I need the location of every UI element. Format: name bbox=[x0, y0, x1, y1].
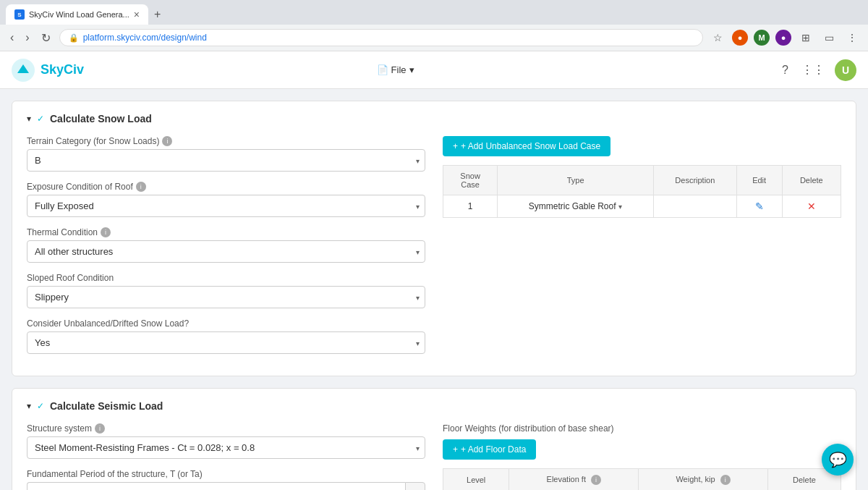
edit-icon: ✎ bbox=[755, 200, 764, 212]
file-icon: 📄 bbox=[377, 64, 388, 75]
chat-button[interactable]: 💬 bbox=[822, 444, 854, 476]
new-tab-button[interactable]: + bbox=[148, 5, 166, 24]
structure-system-select-wrapper: Steel Moment-Resisting Frames - Ct = 0.0… bbox=[27, 436, 425, 459]
active-tab: S SkyCiv Wind Load Genera... × bbox=[6, 4, 148, 25]
col-level: Level bbox=[443, 469, 509, 491]
browser-actions: ☆ ● M ● ⊞ ▭ ⋮ bbox=[709, 29, 861, 46]
floor-table-header-row: Level Elevation ft i Weight, kip i Delet… bbox=[443, 469, 841, 491]
ext-icon-1[interactable]: ● bbox=[732, 30, 748, 46]
col-edit: Edit bbox=[736, 166, 782, 195]
file-menu-label: File bbox=[391, 64, 407, 75]
more-button[interactable]: ⋮ bbox=[843, 29, 861, 46]
structure-system-select[interactable]: Steel Moment-Resisting Frames - Ct = 0.0… bbox=[27, 436, 425, 459]
col-type: Type bbox=[498, 166, 654, 195]
seismic-form-left: Structure system i Steel Moment-Resistin… bbox=[27, 423, 425, 490]
add-icon: + bbox=[453, 141, 458, 151]
delete-snow-case-button[interactable]: ✕ bbox=[807, 200, 816, 212]
floor-weights-table: Level Elevation ft i Weight, kip i Delet… bbox=[443, 468, 841, 490]
col-weight: Weight, kip i bbox=[639, 469, 768, 491]
floor-weights-label: Floor Weights (for distribution of base … bbox=[443, 423, 841, 434]
tab-bar: S SkyCiv Wind Load Genera... × + bbox=[0, 0, 868, 25]
avatar[interactable]: U bbox=[835, 59, 856, 81]
fundamental-period-input[interactable] bbox=[27, 482, 405, 490]
delete-icon: ✕ bbox=[807, 200, 816, 212]
floor-weights-panel: Floor Weights (for distribution of base … bbox=[443, 423, 841, 490]
file-menu-button[interactable]: 📄 File ▾ bbox=[370, 62, 422, 78]
forward-button[interactable]: › bbox=[22, 30, 32, 46]
browser-chrome: S SkyCiv Wind Load Genera... × + ‹ › ↻ 🔒… bbox=[0, 0, 868, 51]
grid-button[interactable]: ⋮⋮ bbox=[799, 60, 827, 80]
thermal-label: Thermal Condition i bbox=[27, 227, 425, 237]
snow-case-edit-cell: ✎ bbox=[736, 195, 782, 218]
add-floor-data-button[interactable]: + + Add Floor Data bbox=[443, 439, 536, 460]
tab-close-button[interactable]: × bbox=[134, 9, 140, 20]
ext-icon-3[interactable]: ● bbox=[775, 30, 791, 46]
fundamental-period-group: Fundamental Period of the structure, T (… bbox=[27, 469, 425, 490]
snow-cases-table: SnowCase Type Description Edit Delete 1 bbox=[443, 165, 841, 218]
refresh-button[interactable]: ↻ bbox=[38, 30, 54, 46]
structure-system-info-icon[interactable]: i bbox=[95, 423, 105, 434]
terrain-label: Terrain Category (for Snow Loads) i bbox=[27, 136, 425, 146]
snow-section-collapse-toggle[interactable]: ▾ bbox=[27, 114, 31, 124]
snow-section-header: ▾ ✓ Calculate Snow Load bbox=[27, 113, 841, 124]
weight-info-icon[interactable]: i bbox=[720, 475, 731, 485]
elevation-info-icon[interactable]: i bbox=[591, 475, 601, 485]
chat-icon: 💬 bbox=[829, 451, 847, 468]
thermal-select[interactable]: All other structures Heated structure Un… bbox=[27, 240, 425, 263]
bookmark-button[interactable]: ☆ bbox=[709, 29, 726, 46]
seismic-section-header: ▾ ✓ Calculate Seismic Load bbox=[27, 400, 841, 412]
grid-icon: ⋮⋮ bbox=[801, 64, 825, 76]
terrain-category-group: Terrain Category (for Snow Loads) i B A … bbox=[27, 136, 425, 172]
snow-load-section: ▾ ✓ Calculate Snow Load Terrain Category… bbox=[12, 101, 856, 376]
add-floor-icon: + bbox=[453, 444, 458, 455]
thermal-condition-group: Thermal Condition i All other structures… bbox=[27, 227, 425, 263]
seismic-section-collapse-toggle[interactable]: ▾ bbox=[27, 401, 31, 411]
unbalanced-snow-group: Consider Unbalanced/Drifted Snow Load? Y… bbox=[27, 318, 425, 354]
exposure-info-icon[interactable]: i bbox=[136, 182, 146, 192]
ext-icon-2[interactable]: M bbox=[754, 30, 770, 46]
structure-system-group: Structure system i Steel Moment-Resistin… bbox=[27, 423, 425, 459]
exposure-select[interactable]: Fully Exposed Partially Exposed Sheltere… bbox=[27, 195, 425, 217]
snow-table-panel: + + Add Unbalanced Snow Load Case SnowCa… bbox=[443, 136, 841, 364]
snow-table-header-row: SnowCase Type Description Edit Delete bbox=[443, 166, 841, 195]
snow-section-title: Calculate Snow Load bbox=[50, 113, 152, 124]
back-button[interactable]: ‹ bbox=[7, 30, 17, 46]
add-snow-case-button[interactable]: + + Add Unbalanced Snow Load Case bbox=[443, 136, 610, 156]
cast-button[interactable]: ▭ bbox=[820, 29, 838, 46]
exposure-condition-group: Exposure Condition of Roof i Fully Expos… bbox=[27, 182, 425, 217]
terrain-select-wrapper: B A C D E ▾ bbox=[27, 149, 425, 172]
unbalanced-select[interactable]: Yes No bbox=[27, 331, 425, 354]
exposure-label: Exposure Condition of Roof i bbox=[27, 182, 425, 192]
col-delete: Delete bbox=[782, 166, 841, 195]
snow-form-left: Terrain Category (for Snow Loads) i B A … bbox=[27, 136, 425, 364]
lock-icon: 🔒 bbox=[69, 33, 79, 43]
edit-snow-case-button[interactable]: ✎ bbox=[755, 200, 764, 212]
exposure-select-wrapper: Fully Exposed Partially Exposed Sheltere… bbox=[27, 195, 425, 217]
col-elevation: Elevation ft i bbox=[509, 469, 639, 491]
unbalanced-select-wrapper: Yes No ▾ bbox=[27, 331, 425, 354]
thermal-info-icon[interactable]: i bbox=[101, 227, 111, 237]
sloped-select-wrapper: Slippery Non-slippery ▾ bbox=[27, 286, 425, 308]
col-description: Description bbox=[654, 166, 737, 195]
seismic-section-title: Calculate Seismic Load bbox=[50, 400, 163, 412]
header-actions: ? ⋮⋮ U bbox=[779, 59, 856, 81]
snow-case-description bbox=[654, 195, 737, 218]
sloped-label: Sloped Roof Condition bbox=[27, 273, 425, 283]
snow-case-type[interactable]: Symmetric Gable Roof ▾ bbox=[498, 195, 654, 218]
terrain-select[interactable]: B A C D E bbox=[27, 149, 425, 172]
terrain-info-icon[interactable]: i bbox=[162, 136, 172, 146]
help-button[interactable]: ? bbox=[779, 61, 791, 80]
extensions-button[interactable]: ⊞ bbox=[797, 29, 814, 46]
seismic-section-check-icon: ✓ bbox=[37, 401, 44, 411]
sloped-select[interactable]: Slippery Non-slippery bbox=[27, 286, 425, 308]
sloped-roof-group: Sloped Roof Condition Slippery Non-slipp… bbox=[27, 273, 425, 308]
snow-section-check-icon: ✓ bbox=[37, 114, 44, 124]
seismic-load-section: ▾ ✓ Calculate Seismic Load Structure sys… bbox=[12, 388, 856, 490]
type-chevron-icon: ▾ bbox=[618, 203, 622, 211]
app-header: SkyCiv 📄 File ▾ ? ⋮⋮ U bbox=[0, 51, 868, 89]
main-content: ▾ ✓ Calculate Snow Load Terrain Category… bbox=[0, 89, 868, 490]
unbalanced-label: Consider Unbalanced/Drifted Snow Load? bbox=[27, 318, 425, 329]
url-bar[interactable]: 🔒 platform.skyciv.com/design/wind bbox=[59, 29, 703, 46]
period-unit: s bbox=[405, 482, 425, 490]
structure-system-label: Structure system i bbox=[27, 423, 425, 434]
